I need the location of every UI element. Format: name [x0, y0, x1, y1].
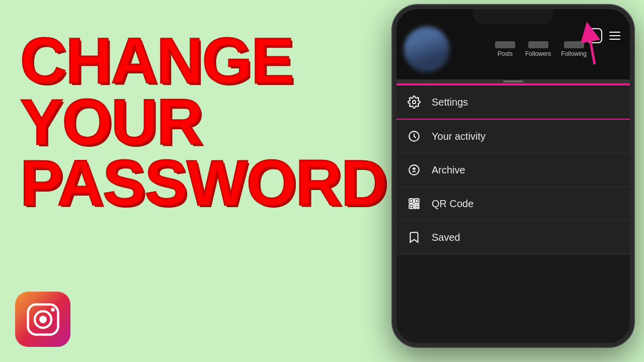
- menu-list: Settings Your activity: [396, 85, 630, 254]
- stat-posts: Posts: [495, 41, 515, 57]
- svg-rect-19: [415, 207, 416, 209]
- menu-item-settings[interactable]: Settings: [396, 85, 630, 120]
- posts-count: [495, 41, 515, 48]
- settings-label: Settings: [432, 97, 468, 108]
- avatar: [404, 27, 449, 72]
- divider: [396, 79, 630, 83]
- qr-code-icon: [407, 196, 422, 211]
- archive-label: Archive: [432, 164, 465, 176]
- stat-followers: Followers: [525, 41, 551, 57]
- svg-rect-20: [418, 207, 419, 209]
- menu-line2: [609, 35, 620, 36]
- svg-rect-14: [416, 200, 418, 202]
- svg-rect-18: [418, 204, 419, 206]
- instagram-logo[interactable]: [15, 292, 70, 347]
- qr-label: QR Code: [432, 198, 473, 210]
- phone-container: Posts Followers Following +: [372, 5, 644, 357]
- phone-frame: Posts Followers Following +: [392, 5, 634, 347]
- activity-icon: [407, 129, 422, 144]
- followers-label: Followers: [525, 50, 551, 57]
- archive-icon: [407, 162, 422, 177]
- menu-item-archive[interactable]: Archive: [396, 153, 630, 187]
- menu-button[interactable]: [607, 28, 622, 43]
- svg-point-6: [413, 101, 416, 104]
- svg-point-2: [39, 316, 47, 323]
- main-title: CHANGE YOUR PASSWORD: [20, 30, 322, 214]
- saved-icon: [407, 230, 422, 245]
- instagram-icon: [24, 301, 62, 338]
- divider-pill: [503, 80, 523, 82]
- saved-label: Saved: [432, 232, 460, 243]
- menu-item-qr[interactable]: QR Code: [396, 187, 630, 221]
- svg-rect-16: [410, 205, 412, 207]
- settings-icon: [407, 95, 422, 110]
- svg-rect-17: [415, 204, 416, 206]
- posts-label: Posts: [498, 50, 513, 57]
- menu-item-saved[interactable]: Saved: [396, 221, 630, 254]
- title-block: CHANGE YOUR PASSWORD: [20, 30, 322, 214]
- activity-label: Your activity: [432, 131, 486, 142]
- menu-item-activity[interactable]: Your activity: [396, 120, 630, 153]
- phone-notch: [473, 9, 553, 24]
- title-line3: PASSWORD: [20, 147, 386, 219]
- followers-count: [528, 41, 548, 48]
- arrow-icon: [554, 22, 605, 72]
- arrow-annotation: [554, 22, 605, 74]
- svg-point-3: [51, 308, 55, 312]
- menu-line1: [609, 32, 620, 33]
- menu-line3: [609, 39, 620, 40]
- phone-screen: Posts Followers Following +: [396, 9, 630, 343]
- svg-line-5: [589, 32, 595, 64]
- svg-rect-12: [410, 200, 412, 202]
